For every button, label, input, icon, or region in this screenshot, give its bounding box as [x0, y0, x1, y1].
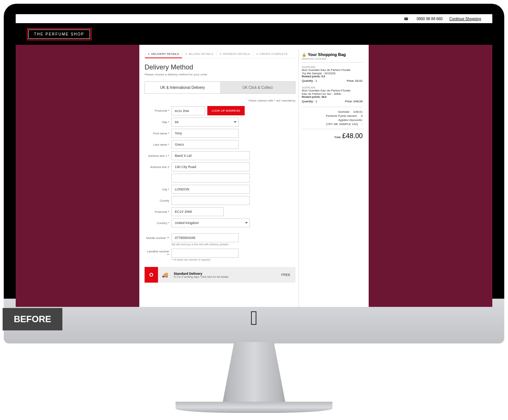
phone-number: 0800 98 88 660 — [416, 17, 443, 21]
postcode2-label: Postcode * — [145, 210, 169, 214]
city-input[interactable] — [171, 185, 250, 194]
divider — [302, 107, 363, 107]
body-area: 1 DELIVERY DETAILS 2 BILLING DETAILS 3 P… — [16, 45, 492, 307]
lastname-label: Last name * — [145, 143, 169, 146]
lookup-address-button[interactable]: LOOK UP ADDRESS — [207, 106, 245, 115]
bag-reference: Reference 19191858 — [302, 57, 363, 63]
tab-click-collect[interactable]: UK Click & Collect — [220, 82, 295, 93]
delivery-tabs: UK & International Delivery UK Click & C… — [145, 81, 295, 94]
mobile-input[interactable] — [171, 233, 239, 242]
divider — [302, 129, 363, 129]
subtotal-row: Subtotal:£48.01 — [302, 110, 363, 113]
landline-label: Landline number ** — [145, 250, 169, 256]
item-name: Mon Guerlain Eau de Parfum Florale — [302, 68, 363, 72]
page-title: Delivery Method — [145, 63, 295, 71]
page-subtitle: Please choose a delivery method for your… — [145, 73, 295, 76]
addr3-input[interactable] — [171, 174, 250, 183]
total-row: Total: £48.00 — [302, 132, 363, 140]
mobile-helper: We will send you a free text with delive… — [171, 243, 295, 246]
before-label: BEFORE — [3, 308, 62, 330]
checkout-steps: 1 DELIVERY DETAILS 2 BILLING DETAILS 3 P… — [145, 50, 295, 58]
monitor-stand-neck — [219, 342, 289, 405]
maroon-left — [16, 45, 139, 307]
item-qty-price: Quantity: 1 Price: £0.01 — [302, 79, 363, 83]
delivery-radio-box[interactable] — [145, 267, 158, 283]
screen: 0800 98 88 660 Continue Shopping THE PER… — [16, 14, 492, 307]
delivery-option-standard[interactable]: 🚚 Standard Delivery In 3 to 5 working da… — [145, 267, 295, 283]
country-label: Country * — [145, 221, 169, 225]
bag-item: GUERLAIN Mon Guerlain Eau de Parfum Flor… — [302, 66, 363, 83]
logo-wrap: THE PERFUME SHOP — [27, 28, 92, 40]
step-delivery[interactable]: 1 DELIVERY DETAILS — [145, 50, 182, 58]
bag-title-row: 🔒 Your Shopping Bag — [302, 52, 363, 57]
addr1-label: Address line 1 * — [145, 154, 169, 158]
step-complete[interactable]: 4 ORDER COMPLETE — [253, 50, 291, 58]
item-variant: Try Me Sample - NOSIZE — [302, 72, 363, 75]
postcode-lookup-label: Postcode * — [145, 109, 169, 112]
step-billing[interactable]: 2 BILLING DETAILS — [182, 50, 216, 58]
content: 1 DELIVERY DETAILS 2 BILLING DETAILS 3 P… — [139, 45, 369, 307]
delivery-option-text: Standard Delivery In 3 to 5 working days… — [171, 270, 276, 280]
bag-title: Your Shopping Bag — [308, 52, 346, 57]
title-select[interactable]: Mr — [171, 118, 239, 127]
truck-icon: 🚚 — [158, 272, 171, 278]
maroon-right — [369, 45, 492, 307]
landline-input[interactable] — [171, 249, 239, 258]
sidebar: 🔒 Your Shopping Bag Reference 19191858 G… — [298, 50, 366, 307]
monitor-frame:  BEFORE 0800 98 88 660 Continue Shoppin… — [4, 4, 504, 314]
bag-item: GUERLAIN Mon Guerlain Eau de Parfum Flor… — [302, 86, 363, 103]
country-select[interactable]: United Kingdom — [171, 218, 250, 227]
item-brand: GUERLAIN — [302, 66, 363, 68]
radio-selected-icon — [149, 273, 153, 277]
step-payment[interactable]: 3 PAYMENT DETAILS — [216, 50, 253, 58]
item-qty-price: Quantity: 1 Price: £48.00 — [302, 100, 363, 103]
addr2-input[interactable] — [171, 162, 250, 171]
apple-logo-icon:  — [250, 306, 258, 329]
points-row: Perfume Points earned:0 — [302, 114, 363, 118]
top-bar: 0800 98 88 660 Continue Shopping — [16, 14, 492, 23]
title-label: Title * — [145, 121, 169, 124]
item-brand: GUERLAIN — [302, 86, 363, 89]
delivery-option-desc: In 3 to 5 working days. Click here for f… — [174, 276, 274, 278]
addr1-input[interactable] — [171, 151, 250, 160]
county-input[interactable] — [171, 196, 250, 205]
addr2-label: Address line 2 — [145, 165, 169, 169]
delivery-option-price: FREE — [276, 273, 295, 277]
phone-icon — [404, 17, 410, 21]
item-name: Mon Guerlain Eau de Parfum Florale — [302, 89, 363, 92]
main-column: 1 DELIVERY DETAILS 2 BILLING DETAILS 3 P… — [142, 50, 298, 307]
delivery-option-title: Standard Delivery — [174, 272, 274, 276]
header-band: THE PERFUME SHOP — [16, 23, 492, 45]
discounts-row: Applied discounts: — [302, 118, 363, 122]
item-variant: Eau de Parfum for her - 30ML — [302, 92, 363, 96]
postcode2-input[interactable] — [171, 207, 224, 216]
monitor-stand-base — [176, 402, 332, 413]
city-label: City * — [145, 188, 169, 191]
firstname-label: First name * — [145, 132, 169, 135]
mobile-label: Mobile number ** — [145, 236, 169, 240]
total-amount: £48.00 — [342, 132, 363, 140]
brand-logo[interactable]: THE PERFUME SHOP — [28, 29, 90, 39]
county-label: County — [145, 199, 169, 202]
tab-uk-international[interactable]: UK & International Delivery — [145, 82, 220, 93]
landline-helper: ** At least one number is required — [171, 258, 295, 261]
item-points: Reward points: 48.0 — [302, 96, 363, 98]
lock-icon: 🔒 — [302, 53, 306, 57]
discount-item: (TRY ME SAMPLE 142)- — [302, 122, 363, 126]
postcode-lookup-input[interactable] — [171, 106, 205, 115]
continue-shopping-link[interactable]: Continue Shopping — [449, 17, 481, 21]
mandatory-note: Fields marked with * are mandatory — [145, 99, 295, 102]
item-points: Reward points: 0.0 — [302, 75, 363, 78]
firstname-input[interactable] — [171, 129, 239, 138]
lastname-input[interactable] — [171, 140, 239, 149]
